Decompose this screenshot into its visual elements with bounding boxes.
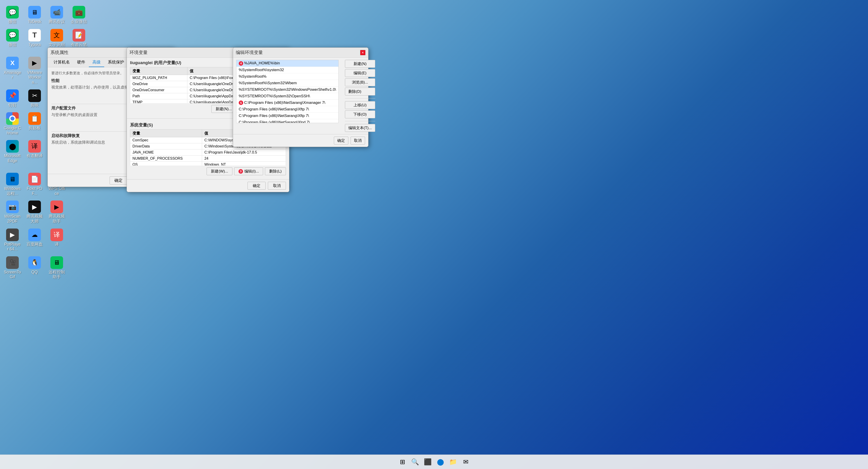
desktop-icon-dingtalk[interactable]: 📌 钉钉 xyxy=(2,88,23,109)
icon-img: 🎥 xyxy=(6,256,19,269)
editenv-new-button[interactable]: 新建(N) xyxy=(345,60,375,68)
desktop-icon-jianying[interactable]: ✂ 剪映 xyxy=(24,88,45,109)
icon-label: 文字识别 xyxy=(49,42,65,47)
icon-img: ✂ xyxy=(28,90,41,102)
taskbar-search[interactable]: 🔍 xyxy=(409,456,421,468)
var-cell: NUMBER_OF_PROCESSORS xyxy=(130,156,202,162)
editenv-edittext-button[interactable]: 编辑文本(T)... xyxy=(345,124,375,132)
taskbar-edge[interactable]: ⬤ xyxy=(434,456,446,468)
desktop-icon-fanyi[interactable]: 译 译 xyxy=(46,227,67,253)
icon-label: 剪贴板 xyxy=(29,126,41,131)
list-item[interactable]: 5C:\Program Files (x86)\NetSarang\Xmanag… xyxy=(237,100,338,106)
desktop-icon-foxit[interactable]: 📄 Foxit PDF... xyxy=(24,171,45,197)
icon-label: 腾讯会议 xyxy=(49,20,65,24)
desktop-icon-baidudisk[interactable]: ☁ 百度网盘 xyxy=(24,227,45,253)
desktop-icon-winscan[interactable]: 📷 WinScan2PDF xyxy=(2,199,23,225)
icon-label: 微信 xyxy=(8,20,17,24)
list-item[interactable]: %SYSTEMROOT%\System32\OpenSSH\ xyxy=(237,93,338,100)
table-row[interactable]: OSWindows_NT xyxy=(130,162,286,166)
icon-label: 腾讯视频助手 xyxy=(48,214,66,224)
icon-img: ▶ xyxy=(28,201,41,213)
icon-row-1: 💬 微信 🖥 ToDesk 📹 腾讯会议 💼 企业微信 xyxy=(2,4,89,26)
desktop-icon-todesk[interactable]: 🖥 ToDesk xyxy=(24,4,45,26)
editenv-movedown-button[interactable]: 下移(O) xyxy=(345,110,375,118)
tab-advanced[interactable]: 高级 xyxy=(89,58,104,67)
tab-sysprotect[interactable]: 系统保护 xyxy=(104,58,128,67)
list-item[interactable]: C:\Program Files (x86)\NetSarang\Xlpd 7\ xyxy=(237,119,338,123)
icon-img: ☁ xyxy=(28,229,41,241)
editenv-list[interactable]: 4%JAVA_HOME%\bin%SystemRoot%\system32%Sy… xyxy=(236,60,339,123)
table-row[interactable]: JAVA_HOMEC:\Program Files\Java\jdk-17.0.… xyxy=(130,149,286,156)
icon-label: WinScan2PDF xyxy=(4,214,21,224)
icon-img: X xyxy=(6,57,19,69)
var-cell: DriverData xyxy=(130,143,202,149)
icon-img: 💬 xyxy=(6,6,19,19)
list-item[interactable]: C:\Program Files (x86)\NetSarang\Xftp 7\ xyxy=(237,106,338,113)
desktop-icon-xmanager[interactable]: X Xmanager xyxy=(2,55,23,86)
desktop-icon-typora[interactable]: T Typora xyxy=(24,28,45,54)
list-item[interactable]: %SYSTEMROOT%\System32\WindowsPowerShell\… xyxy=(237,87,338,93)
desktop-icon-wechat2[interactable]: 💬 微信 xyxy=(2,28,23,54)
icon-img xyxy=(6,112,19,125)
tab-hardware[interactable]: 硬件 xyxy=(73,58,89,67)
icon-label: 企业微信 xyxy=(71,20,87,24)
desktop-icon-remotecontrol[interactable]: 🖥 远程控制助手 xyxy=(46,255,67,281)
icon-img xyxy=(72,256,85,269)
editenv-main: 4%JAVA_HOME%\bin%SystemRoot%\system32%Sy… xyxy=(233,58,368,134)
ok-button[interactable]: 确定 xyxy=(248,182,266,190)
taskbar-explorer[interactable]: 📁 xyxy=(447,456,459,468)
icon-label: 剪映 xyxy=(31,103,39,108)
var-cell: OneDriveConsumer xyxy=(130,87,187,93)
tab-computername[interactable]: 计算机名 xyxy=(50,58,73,67)
sys-delete-button[interactable]: 删除(L) xyxy=(265,167,286,175)
desktop-icon-blank6 xyxy=(69,227,89,253)
table-row[interactable]: NUMBER_OF_PROCESSORS24 xyxy=(130,156,286,162)
sys-edit-button[interactable]: 3编辑(I)... xyxy=(234,167,263,175)
editenv-edit-button[interactable]: 编辑(E) xyxy=(345,69,375,77)
list-item[interactable]: %SystemRoot% xyxy=(237,73,338,80)
user-new-button[interactable]: 新建(N)... xyxy=(211,105,236,113)
ok-button[interactable]: 确定 xyxy=(110,176,127,185)
editenv-browse-button[interactable]: 浏览(B)... xyxy=(345,78,375,86)
ok-button[interactable]: 确定 xyxy=(334,137,348,144)
desktop-icon-potplayer[interactable]: ▶ PotPlayer 64... xyxy=(2,227,23,253)
desktop-icon-wechat[interactable]: 💬 微信 xyxy=(2,4,23,26)
cancel-button[interactable]: 取消 xyxy=(350,137,365,144)
desktop-icon-clipboard[interactable]: 📋 剪贴板 xyxy=(24,111,45,137)
icon-img: 🖥 xyxy=(6,173,19,186)
icon-label: 有道翻译 xyxy=(26,154,43,159)
taskbar-mail[interactable]: ✉ xyxy=(460,456,471,468)
col-var-header: 变量 xyxy=(130,67,187,75)
icon-img: 🐧 xyxy=(28,256,41,269)
divider-editenv2 xyxy=(345,121,375,121)
cancel-button[interactable]: 取消 xyxy=(268,182,286,190)
desktop-icon-rdp[interactable]: 🖥 Windows远程... xyxy=(2,171,23,197)
editenv-moveup-button[interactable]: 上移(U) xyxy=(345,101,375,109)
desktop-icon-workwechat[interactable]: 💼 企业微信 xyxy=(69,4,89,26)
icon-label: 腾讯视频大师 xyxy=(26,214,43,224)
list-item[interactable]: 4%JAVA_HOME%\bin xyxy=(237,60,338,67)
list-item[interactable]: %SystemRoot%\system32 xyxy=(237,67,338,73)
icon-label: 钉钉 xyxy=(8,103,17,108)
desktop-icon-edge[interactable]: ⬤ Microsoft Edge xyxy=(2,139,23,170)
list-item[interactable]: %SystemRoot%\System32\Wbem xyxy=(237,80,338,87)
desktop-icon-screentogif[interactable]: 🎥 ScreenToGif xyxy=(2,255,23,281)
taskbar-start-button[interactable]: ⊞ xyxy=(397,456,408,468)
taskbar-task-view[interactable]: ⬛ xyxy=(422,456,434,468)
close-button[interactable]: ✕ xyxy=(360,50,366,55)
desktop-icon-youdao-translate[interactable]: 译 有道翻译 xyxy=(24,139,45,170)
editenv-delete-button[interactable]: 删除(D) xyxy=(345,88,375,96)
desktop-icon-meeting[interactable]: 📹 腾讯会议 xyxy=(46,4,67,26)
val-cell: 24 xyxy=(202,156,286,162)
desktop-icon-qq[interactable]: 🐧 QQ xyxy=(24,255,45,281)
desktop-icon-tvhelper[interactable]: ▶ 腾讯视频助手 xyxy=(46,199,67,225)
desktop-icon-chrome[interactable]: Google Chrome xyxy=(2,111,23,137)
icon-label: Google Chrome xyxy=(4,126,21,135)
desktop-icon-tvmaster[interactable]: ▶ 腾讯视频大师 xyxy=(24,199,45,225)
sys-new-button[interactable]: 新建(W)... xyxy=(207,167,232,175)
icon-label: 百度网盘 xyxy=(26,242,43,247)
icon-img: 📋 xyxy=(28,112,41,125)
var-cell: MOZ_PLUGIN_PATH xyxy=(130,75,187,81)
desktop-icon-vmware[interactable]: ▶ VMware Worksta... xyxy=(24,55,45,86)
list-item[interactable]: C:\Program Files (x86)\NetSarang\Xftp 7\ xyxy=(237,113,338,119)
